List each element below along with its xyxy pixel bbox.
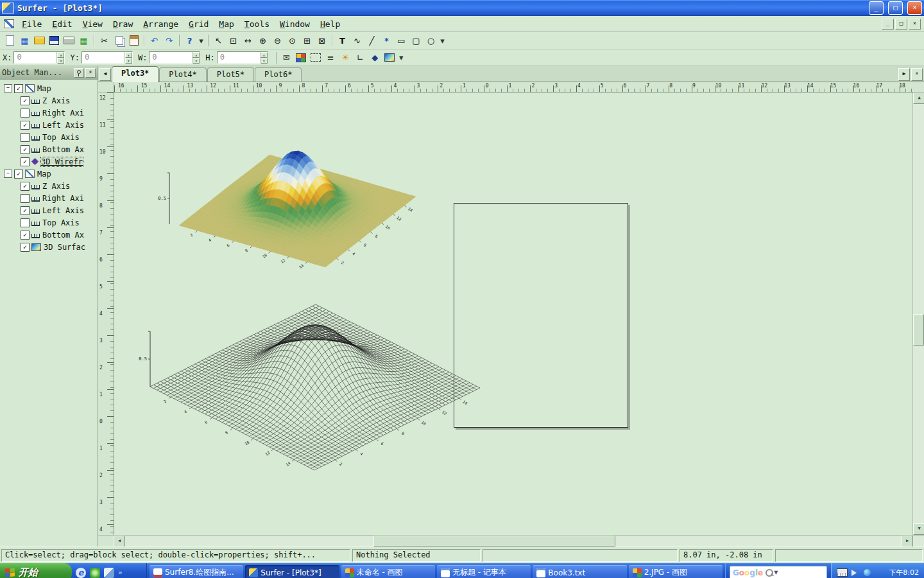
spin-up-icon[interactable]: ▴ — [57, 52, 64, 58]
collapse-icon[interactable]: − — [4, 170, 12, 178]
tree-group-map-1[interactable]: −✓Map — [0, 82, 98, 94]
menu-arrange[interactable]: Arrange — [138, 18, 184, 30]
draw-dropdown-button[interactable]: ▾ — [438, 34, 447, 48]
print-button[interactable] — [62, 34, 76, 48]
redo-button[interactable]: ↷ — [162, 34, 176, 48]
spin-up-icon[interactable]: ▴ — [193, 52, 200, 58]
new-worksheet-button[interactable]: ▦ — [17, 34, 32, 48]
volume-icon[interactable] — [851, 570, 860, 576]
horizontal-ruler[interactable]: 1615141312111098765432101234567891011121… — [114, 82, 913, 92]
start-button[interactable]: 开始 — [0, 563, 72, 578]
checkbox-checked[interactable]: ✓ — [14, 84, 23, 93]
checkbox-checked[interactable]: ✓ — [21, 231, 30, 240]
tab-plot5[interactable]: Plot5* — [207, 67, 254, 82]
pin-button[interactable] — [74, 68, 84, 78]
zoom-full-page-button[interactable]: ⊠ — [314, 34, 329, 48]
y-position-input[interactable]: 0▴▾ — [81, 51, 133, 64]
save-button[interactable] — [47, 34, 62, 48]
width-field-input[interactable]: 0▴▾ — [149, 51, 200, 64]
tab-plot6[interactable]: Plot6* — [255, 67, 302, 82]
taskbar-button-6[interactable]: 2.JPG - 画图 — [629, 565, 723, 578]
block-select-tool-button[interactable]: ⊡ — [226, 34, 241, 48]
checkbox-checked[interactable]: ✓ — [21, 243, 30, 252]
tab-plot4[interactable]: Plot4* — [159, 67, 206, 82]
text-tool-button[interactable]: T — [335, 34, 350, 48]
tree-item-right-axi[interactable]: Right Axi — [0, 107, 98, 119]
undo-button[interactable]: ↶ — [147, 34, 162, 48]
spin-down-icon[interactable]: ▾ — [125, 58, 132, 64]
tab-scroll-right-button[interactable]: ▶ — [898, 68, 910, 81]
menu-map[interactable]: Map — [214, 18, 239, 30]
shaded-relief-map-button[interactable]: ☀ — [338, 51, 353, 64]
whats-this-help-button[interactable]: ? — [182, 34, 197, 48]
scroll-up-button[interactable]: ▲ — [913, 92, 924, 104]
checkbox-checked[interactable]: ✓ — [21, 206, 30, 215]
scroll-down-button[interactable]: ▼ — [913, 523, 924, 535]
tree-item-bottom-ax[interactable]: ✓Bottom Ax — [0, 143, 98, 155]
search-magnifier-icon[interactable] — [766, 569, 773, 577]
grid-node-editor-button[interactable] — [309, 51, 323, 64]
tab-close-button[interactable]: × — [911, 68, 923, 81]
zoom-in-button[interactable]: ⊕ — [255, 34, 270, 48]
surface-map-button[interactable] — [382, 51, 397, 64]
map-dropdown-button[interactable]: ▾ — [397, 51, 406, 64]
tree-group-map-2[interactable]: −✓Map — [0, 168, 98, 180]
menu-view[interactable]: View — [78, 18, 108, 30]
pan-tool-button[interactable]: ↔ — [241, 34, 255, 48]
spin-down-icon[interactable]: ▾ — [261, 58, 268, 64]
tree-item-3d-surfac[interactable]: ✓3D Surfac — [0, 241, 98, 253]
minimize-button[interactable]: _ — [869, 1, 884, 15]
vertical-scroll-thumb[interactable] — [913, 314, 924, 346]
rectangle-tool-button[interactable]: ▭ — [394, 34, 409, 48]
x-position-input[interactable]: 0▴▾ — [13, 51, 65, 64]
panel-close-button[interactable]: × — [85, 68, 96, 78]
taskbar-button-4[interactable]: 无标题 - 记事本 — [437, 565, 531, 578]
tab-scroll-left-button[interactable]: ◀ — [99, 68, 111, 81]
select-tool-button[interactable]: ↖ — [211, 34, 226, 48]
internet-explorer-icon[interactable]: e — [76, 568, 86, 578]
menu-draw[interactable]: Draw — [108, 18, 138, 30]
scroll-right-button[interactable]: ▶ — [902, 536, 913, 547]
spin-up-icon[interactable]: ▴ — [125, 52, 132, 58]
horizontal-scroll-track[interactable] — [125, 536, 902, 547]
page-outline[interactable] — [454, 203, 628, 428]
tree-item-top-axis[interactable]: Top Axis — [0, 131, 98, 143]
tree-item-z-axis[interactable]: ✓Z Axis — [0, 180, 98, 192]
new-plot-button[interactable] — [3, 34, 17, 48]
checkbox-checked[interactable]: ✓ — [21, 96, 30, 105]
x-position-spinner[interactable]: ▴▾ — [56, 52, 64, 63]
menu-file[interactable]: File — [17, 18, 47, 30]
3d-color-surface-map[interactable]: 246810121424681012140.5 — [158, 151, 416, 269]
map-axes-button[interactable]: ∟ — [353, 51, 368, 64]
worksheet-button[interactable]: ≡ — [323, 51, 338, 64]
checkbox-unchecked[interactable] — [21, 109, 30, 118]
checkbox-checked[interactable]: ✓ — [14, 170, 23, 179]
mdi-close-button[interactable]: × — [909, 19, 921, 30]
paste-button[interactable] — [126, 34, 141, 48]
height-field-spinner[interactable]: ▴▾ — [260, 52, 268, 63]
checkbox-checked[interactable]: ✓ — [21, 121, 30, 130]
tree-item-z-axis[interactable]: ✓Z Axis — [0, 94, 98, 107]
spin-down-icon[interactable]: ▾ — [193, 58, 200, 64]
scroll-left-button[interactable]: ◀ — [114, 536, 125, 547]
spin-down-icon[interactable]: ▾ — [57, 58, 64, 64]
zoom-out-button[interactable]: ⊖ — [270, 34, 285, 48]
menu-edit[interactable]: Edit — [47, 18, 77, 30]
checkbox-checked[interactable]: ✓ — [21, 145, 30, 154]
grid-editor-button[interactable]: ▦ — [76, 34, 91, 48]
rounded-rectangle-tool-button[interactable]: ▢ — [409, 34, 424, 48]
cut-button[interactable]: ✂ — [97, 34, 112, 48]
image-map-button[interactable] — [294, 51, 309, 64]
y-position-spinner[interactable]: ▴▾ — [124, 52, 132, 63]
spin-up-icon[interactable]: ▴ — [261, 52, 268, 58]
keyboard-ime-icon[interactable] — [837, 568, 848, 577]
tree-item-top-axis[interactable]: Top Axis — [0, 216, 98, 229]
show-desktop-icon[interactable] — [104, 568, 114, 578]
wireframe-map-button[interactable]: ◆ — [368, 51, 382, 64]
copy-button[interactable] — [112, 34, 126, 48]
plot-canvas[interactable]: 246810121424681012140.524681012142468101… — [114, 92, 912, 535]
vertical-ruler[interactable]: 12111098765432101234 — [98, 92, 114, 535]
tree-item-left-axis[interactable]: ✓Left Axis — [0, 204, 98, 216]
taskbar-button-3[interactable]: 未命名 - 画图 — [341, 565, 435, 578]
media-player-icon[interactable] — [90, 568, 100, 578]
